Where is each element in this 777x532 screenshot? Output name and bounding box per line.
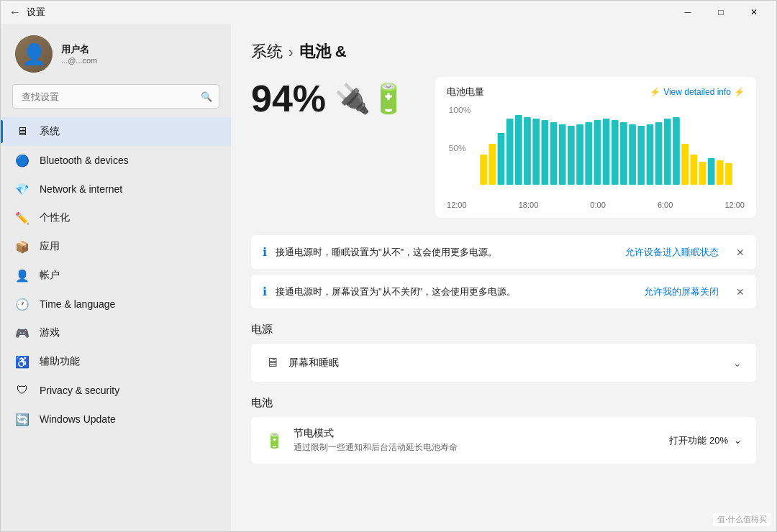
user-info: 用户名 ...@...com xyxy=(61,43,97,65)
sidebar-item-accessibility[interactable]: ♿ 辅助功能 xyxy=(1,347,231,376)
sidebar-item-time[interactable]: 🕐 Time & language xyxy=(1,290,231,318)
battery-mode-info: 节电模式 通过限制一些通知和后台活动延长电池寿命 xyxy=(294,427,659,454)
svg-rect-15 xyxy=(594,120,601,185)
power-section-label: 电源 xyxy=(251,323,756,336)
nav-label-privacy: Privacy & security xyxy=(40,385,119,396)
user-email: ...@...com xyxy=(61,56,97,65)
nav-label-update: Windows Update xyxy=(40,413,116,425)
svg-rect-8 xyxy=(532,119,540,185)
avatar[interactable] xyxy=(15,35,53,73)
search-box: 🔍 xyxy=(12,84,219,109)
battery-mode-title: 节电模式 xyxy=(294,427,659,440)
svg-rect-23 xyxy=(664,119,671,185)
alert-close-2[interactable]: ✕ xyxy=(736,286,745,298)
nav-label-bluetooth: Bluetooth & devices xyxy=(40,155,129,166)
search-input[interactable] xyxy=(12,84,219,109)
sidebar-item-apps[interactable]: 📦 应用 xyxy=(1,232,231,261)
svg-rect-10 xyxy=(550,122,558,185)
svg-rect-11 xyxy=(559,124,566,185)
back-icon[interactable]: ← xyxy=(9,6,21,19)
svg-rect-19 xyxy=(629,124,636,185)
nav-label-accounts: 帐户 xyxy=(40,269,60,282)
screen-sleep-row[interactable]: 🖥 屏幕和睡眠 ⌄ xyxy=(251,344,756,382)
chart-area: 100% 50% xyxy=(447,104,745,198)
alert-action-2[interactable]: 允许我的屏幕关闭 xyxy=(644,285,719,298)
sidebar: 用户名 ...@...com 🔍 🖥 系统 🔵 Bluetooth & devi… xyxy=(1,24,231,531)
watermark: 值·什么值得买 xyxy=(713,513,771,526)
nav-icon-gaming: 🎮 xyxy=(15,326,29,340)
svg-rect-5 xyxy=(506,119,514,185)
battery-chart-container: 电池电量 ⚡ View detailed info ⚡ 100% 50% xyxy=(435,77,756,218)
battery-percent-value: 94% xyxy=(251,77,326,120)
svg-rect-14 xyxy=(585,122,592,185)
battery-mode-action-text: 打开功能 20% xyxy=(669,434,728,447)
alert-info-icon-2: ℹ xyxy=(263,285,267,298)
battery-section-label: 电池 xyxy=(251,396,756,410)
main-layout: 用户名 ...@...com 🔍 🖥 系统 🔵 Bluetooth & devi… xyxy=(1,24,776,531)
chart-label-1800: 18:00 xyxy=(519,201,539,209)
nav-icon-personalization: ✏️ xyxy=(15,211,29,225)
svg-text:100%: 100% xyxy=(449,106,471,114)
alert-row-2: ℹ 接通电源时，屏幕设置为"从不关闭"，这会使用更多电源。 允许我的屏幕关闭 ✕ xyxy=(251,275,756,308)
chart-label-600: 6:00 xyxy=(658,201,673,209)
maximize-button[interactable]: □ xyxy=(704,1,737,24)
titlebar-controls: ─ □ ✕ xyxy=(671,1,771,24)
user-name: 用户名 xyxy=(61,43,97,56)
svg-rect-9 xyxy=(542,120,549,185)
battery-mode-chevron: ⌄ xyxy=(734,435,742,446)
svg-text:50%: 50% xyxy=(449,145,466,152)
svg-rect-20 xyxy=(637,126,645,185)
nav-list: 🖥 系统 🔵 Bluetooth & devices 💎 Network & i… xyxy=(1,114,231,436)
nav-icon-system: 🖥 xyxy=(15,124,29,139)
window: ← 设置 ─ □ ✕ 用户名 ...@...com xyxy=(0,0,777,532)
svg-rect-6 xyxy=(515,115,522,185)
window-title: 设置 xyxy=(27,6,45,19)
breadcrumb-parent: 系统 xyxy=(251,41,283,63)
battery-top: 94% 🔌🔋 电池电量 ⚡ View detailed info ⚡ xyxy=(251,77,756,218)
sidebar-item-bluetooth[interactable]: 🔵 Bluetooth & devices xyxy=(1,146,231,175)
sidebar-item-gaming[interactable]: 🎮 游戏 xyxy=(1,318,231,347)
nav-label-network: Network & internet xyxy=(40,183,122,195)
alert-text-2: 接通电源时，屏幕设置为"从不关闭"，这会使用更多电源。 xyxy=(276,285,630,298)
sidebar-item-personalization[interactable]: ✏️ 个性化 xyxy=(1,203,231,232)
svg-rect-3 xyxy=(489,144,496,185)
chart-label-1200: 12:00 xyxy=(447,201,467,209)
alert-close-1[interactable]: ✕ xyxy=(736,247,745,258)
titlebar: ← 设置 ─ □ ✕ xyxy=(1,1,776,24)
nav-label-system: 系统 xyxy=(40,125,60,138)
user-section: 用户名 ...@...com xyxy=(1,24,231,84)
chart-header: 电池电量 ⚡ View detailed info ⚡ xyxy=(447,86,745,98)
titlebar-left: ← 设置 xyxy=(9,6,45,19)
close-button[interactable]: ✕ xyxy=(737,1,771,24)
battery-percentage-display: 94% 🔌🔋 xyxy=(251,77,406,120)
sidebar-item-network[interactable]: 💎 Network & internet xyxy=(1,175,231,203)
chart-detail-link[interactable]: ⚡ View detailed info ⚡ xyxy=(650,87,745,97)
svg-rect-21 xyxy=(647,124,654,185)
minimize-button[interactable]: ─ xyxy=(671,1,704,24)
svg-rect-18 xyxy=(620,122,627,185)
alert-action-1[interactable]: 允许设备进入睡眠状态 xyxy=(625,246,719,259)
breadcrumb-sep: › xyxy=(288,44,294,60)
nav-label-accessibility: 辅助功能 xyxy=(40,355,80,368)
battery-mode-row[interactable]: 🔋 节电模式 通过限制一些通知和后台活动延长电池寿命 打开功能 20% ⌄ xyxy=(251,417,756,464)
nav-label-time: Time & language xyxy=(40,298,115,310)
svg-rect-17 xyxy=(612,120,619,185)
screen-icon: 🖥 xyxy=(265,355,278,370)
svg-rect-12 xyxy=(568,126,575,185)
battery-mode-right: 打开功能 20% ⌄ xyxy=(669,434,742,447)
nav-label-apps: 应用 xyxy=(40,240,60,253)
nav-icon-accounts: 👤 xyxy=(15,268,29,283)
sidebar-item-privacy[interactable]: 🛡 Privacy & security xyxy=(1,376,231,405)
nav-icon-update: 🔄 xyxy=(15,412,29,426)
detail-link-text: View detailed info xyxy=(663,87,731,97)
chart-label-000: 0:00 xyxy=(590,201,605,209)
sidebar-item-update[interactable]: 🔄 Windows Update xyxy=(1,405,231,434)
svg-rect-29 xyxy=(717,160,724,185)
content-area: 系统 › 电池 & 94% 🔌🔋 电池电量 ⚡ View detailed i xyxy=(231,24,776,531)
sidebar-item-accounts[interactable]: 👤 帐户 xyxy=(1,261,231,290)
sidebar-item-system[interactable]: 🖥 系统 xyxy=(1,117,231,146)
nav-icon-network: 💎 xyxy=(15,182,29,196)
svg-rect-30 xyxy=(725,163,732,185)
alert-info-icon-1: ℹ xyxy=(263,245,267,259)
battery-mode-desc: 通过限制一些通知和后台活动延长电池寿命 xyxy=(294,441,659,454)
